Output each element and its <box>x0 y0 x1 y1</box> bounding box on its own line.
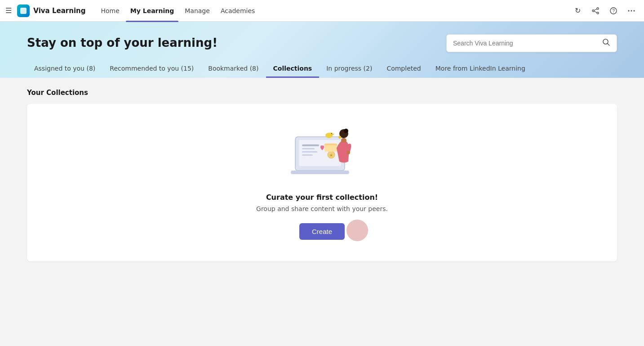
collections-illustration: ★ <box>286 126 358 184</box>
svg-line-11 <box>608 44 610 46</box>
svg-line-4 <box>594 11 597 13</box>
tab-recommended[interactable]: Recommended to you (15) <box>102 60 201 78</box>
search-bar[interactable] <box>446 34 617 52</box>
help-icon[interactable]: ? <box>606 4 621 18</box>
collections-empty-card: ★ <box>27 104 617 261</box>
refresh-icon[interactable]: ↻ <box>570 4 585 18</box>
tab-collections[interactable]: Collections <box>266 60 320 78</box>
more-icon[interactable] <box>624 4 639 18</box>
svg-rect-16 <box>302 148 315 149</box>
hamburger-icon[interactable]: ☰ <box>5 6 12 15</box>
svg-rect-17 <box>302 151 317 153</box>
svg-point-27 <box>344 129 348 133</box>
svg-line-3 <box>594 9 597 10</box>
tab-completed[interactable]: Completed <box>379 60 428 78</box>
svg-point-1 <box>592 10 594 12</box>
app-logo <box>17 4 30 17</box>
svg-point-8 <box>631 10 632 11</box>
svg-text:?: ? <box>613 9 615 13</box>
top-bar-right: ↻ ? <box>570 4 639 18</box>
svg-point-25 <box>331 133 332 134</box>
svg-text:★: ★ <box>329 153 333 157</box>
share-icon[interactable] <box>588 4 603 18</box>
nav-my-learning[interactable]: My Learning <box>126 5 178 16</box>
nav-home[interactable]: Home <box>96 5 124 16</box>
svg-point-28 <box>346 151 350 154</box>
svg-rect-15 <box>302 144 319 146</box>
search-input[interactable] <box>453 40 602 47</box>
tabs: Assigned to you (8) Recommended to you (… <box>27 60 617 78</box>
hero-banner: Stay on top of your learning! Assigned t… <box>0 22 644 78</box>
tab-in-progress[interactable]: In progress (2) <box>319 60 379 78</box>
tab-assigned[interactable]: Assigned to you (8) <box>27 60 102 78</box>
svg-point-24 <box>329 133 333 136</box>
top-bar: ☰ Viva Learning Home My Learning Manage … <box>0 0 644 22</box>
svg-rect-22 <box>324 145 337 152</box>
section-title: Your Collections <box>27 89 617 97</box>
top-nav: Home My Learning Manage Academies <box>96 5 259 16</box>
main-content: Your Collections <box>0 78 644 272</box>
svg-point-7 <box>628 10 630 11</box>
svg-rect-18 <box>302 154 313 156</box>
nav-academies[interactable]: Academies <box>216 5 260 16</box>
create-button[interactable]: Create <box>299 223 345 240</box>
tab-bookmarked[interactable]: Bookmarked (8) <box>201 60 266 78</box>
svg-point-2 <box>597 12 599 14</box>
svg-rect-29 <box>341 138 346 143</box>
nav-manage[interactable]: Manage <box>180 5 214 16</box>
svg-point-30 <box>338 136 341 139</box>
collections-empty-subtitle: Group and share content with your peers. <box>256 205 388 212</box>
tab-linkedin[interactable]: More from LinkedIn Learning <box>428 60 533 78</box>
svg-point-9 <box>634 10 635 11</box>
app-name: Viva Learning <box>33 7 85 15</box>
svg-rect-14 <box>291 171 349 174</box>
collections-empty-title: Curate your first collection! <box>266 193 378 202</box>
svg-point-0 <box>597 8 599 9</box>
cursor-ripple <box>346 220 368 241</box>
search-icon <box>602 38 610 48</box>
